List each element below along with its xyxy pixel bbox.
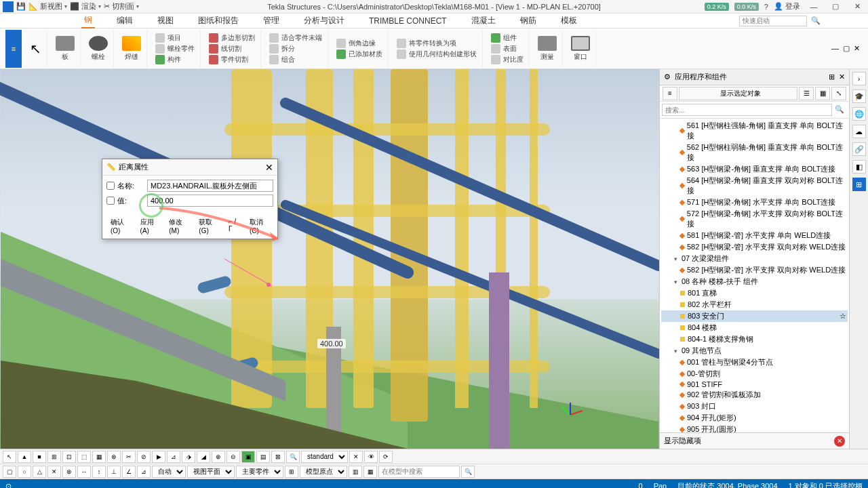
tree-item[interactable]: 904 开孔(矩形): [661, 412, 848, 424]
dialog-name-input[interactable]: [147, 180, 273, 192]
dialog-value-input[interactable]: [147, 195, 273, 207]
panel-show-selected[interactable]: 显示选定对象: [679, 87, 797, 100]
save-icon[interactable]: 💾: [16, 2, 26, 11]
tb-a[interactable]: ▲: [18, 451, 31, 463]
tab-view[interactable]: 视图: [155, 14, 176, 28]
dialog-toggle-button[interactable]: ⌐ / Γ: [224, 216, 244, 236]
tab-rebar[interactable]: 钢筋: [517, 14, 539, 28]
tb2-m[interactable]: ▦: [363, 466, 377, 478]
inner-close[interactable]: ✕: [854, 44, 860, 53]
inner-minimize[interactable]: —: [831, 44, 839, 53]
dialog-ok-button[interactable]: 确认(O): [106, 216, 135, 236]
dialog-value-check[interactable]: [106, 197, 115, 205]
edge-globe-icon[interactable]: 🌐: [852, 107, 866, 121]
help-icon[interactable]: ?: [764, 3, 768, 11]
tb2-f[interactable]: ↔: [77, 466, 91, 478]
tb-viewplane-select[interactable]: 视图平面: [187, 466, 235, 478]
ribbon-bolt-part[interactable]: 螺栓零件: [155, 44, 195, 54]
quick-new-view[interactable]: 📐 新视图 ▾: [28, 1, 67, 12]
panel-search-input[interactable]: [662, 104, 832, 116]
dialog-get-button[interactable]: 获取(G): [195, 216, 223, 236]
tb2-i[interactable]: ∠: [122, 466, 136, 478]
tb-search-icon[interactable]: 🔍: [286, 451, 300, 463]
ribbon-convert[interactable]: 将零件转换为项: [397, 39, 456, 48]
dialog-cancel-button[interactable]: 取消(C): [245, 216, 273, 236]
tb-c[interactable]: ⊞: [47, 451, 61, 463]
star-icon[interactable]: ☆: [840, 312, 846, 321]
edge-hat-icon[interactable]: 🎓: [852, 89, 866, 103]
tb-e[interactable]: ⬚: [77, 451, 91, 463]
tb2-k[interactable]: ⊞: [285, 466, 298, 478]
tab-manage[interactable]: 管理: [260, 14, 282, 28]
tb-l[interactable]: ⬗: [182, 451, 195, 463]
tree-item[interactable]: 564 [H型钢梁-角钢] 垂直支撑 双向对称 BOLT连接: [661, 175, 848, 197]
inner-maximize[interactable]: ▢: [843, 44, 850, 53]
tb-d[interactable]: ⊡: [62, 451, 76, 463]
ribbon-plate[interactable]: 板: [50, 30, 81, 68]
tab-edit[interactable]: 编辑: [114, 14, 136, 28]
tb-p[interactable]: ▣: [241, 451, 255, 463]
close-button[interactable]: ✕: [849, 2, 865, 11]
dialog-modify-button[interactable]: 修改(M): [165, 216, 193, 236]
tb-cursor-icon[interactable]: ↖: [3, 451, 16, 463]
tb2-l[interactable]: ▥: [349, 466, 362, 478]
tree-item[interactable]: 803 安全门 ☆: [661, 310, 848, 322]
ribbon-part-cut[interactable]: 零件切割: [209, 55, 248, 64]
ribbon-add-mat[interactable]: 已添加材质: [336, 49, 382, 59]
maximize-button[interactable]: ▢: [827, 2, 844, 11]
expand-icon[interactable]: ▾: [672, 348, 679, 354]
tb-m[interactable]: ◢: [197, 451, 210, 463]
file-menu-button[interactable]: ≡: [5, 30, 22, 68]
tb2-e[interactable]: ⊗: [62, 466, 76, 478]
tree-item[interactable]: ▾09 其他节点: [661, 345, 848, 357]
tb-b[interactable]: ■: [33, 451, 46, 463]
ribbon-line-cut[interactable]: 线切割: [209, 44, 241, 54]
tb-f[interactable]: ▦: [92, 451, 106, 463]
edge-cube-icon[interactable]: ◧: [852, 160, 866, 174]
minimize-button[interactable]: —: [806, 3, 822, 11]
ribbon-item[interactable]: 项目: [155, 33, 181, 43]
panel-close-icon[interactable]: ✕: [839, 73, 845, 81]
ribbon-surface[interactable]: 表面: [491, 44, 517, 54]
tree-item[interactable]: 582 [H型钢梁-管] 水平支撑 双向对称 WELD连接: [661, 264, 848, 276]
tree-item[interactable]: 00-管切割: [661, 368, 848, 380]
tree-item[interactable]: 902 管切割和弧板添加: [661, 389, 848, 401]
dialog-name-check[interactable]: [106, 182, 115, 190]
tb-eye-icon[interactable]: 👁: [364, 451, 378, 463]
tb2-g[interactable]: ↕: [92, 466, 106, 478]
tb-auto-select[interactable]: 自动: [152, 466, 186, 478]
tb2-c[interactable]: △: [33, 466, 46, 478]
tab-concrete[interactable]: 混凝土: [469, 14, 498, 28]
edge-chevron-icon[interactable]: ›: [852, 72, 866, 85]
quick-launch-search[interactable]: [739, 16, 807, 26]
panel-view-grid-icon[interactable]: ▦: [815, 87, 830, 100]
ribbon-chamfer[interactable]: 倒角边缘: [336, 39, 376, 48]
tree-item[interactable]: ▾07 次梁梁组件: [661, 253, 848, 264]
tree-item[interactable]: 903 封口: [661, 401, 848, 412]
tb-k[interactable]: ⊿: [167, 451, 180, 463]
ribbon-component[interactable]: 构件: [155, 55, 181, 64]
tb2-b[interactable]: ○: [18, 466, 31, 478]
tab-trimble[interactable]: TRIMBLE CONNECT: [366, 15, 450, 27]
login-button[interactable]: 👤 登录: [774, 1, 800, 12]
tree-item[interactable]: 581 [H型钢梁-管] 水平支撑 单向 WELD连接: [661, 230, 848, 241]
ribbon-cursor[interactable]: ↖: [24, 30, 47, 68]
ribbon-measure[interactable]: 测量: [532, 30, 563, 68]
tb2-h[interactable]: ⊥: [107, 466, 121, 478]
ribbon-fit-end[interactable]: 适合零件末端: [269, 33, 322, 43]
tb-origin-select[interactable]: 模型原点: [300, 466, 347, 478]
expand-icon[interactable]: ▾: [672, 256, 679, 262]
tab-steel[interactable]: 钢: [81, 13, 95, 28]
tb-refresh-icon[interactable]: ⟳: [379, 451, 393, 463]
tree-item[interactable]: 572 [H型钢梁-角钢] 水平支撑 双向对称 BOLT连接: [661, 208, 848, 230]
tree-item[interactable]: 571 [H型钢梁-角钢] 水平支撑 单向 BOLT连接: [661, 197, 848, 208]
tree-item[interactable]: 561 [H型钢柱强轴-角钢] 垂直支撑 单向 BOLT连接: [661, 120, 848, 142]
edge-components-icon[interactable]: ⊞: [852, 178, 866, 191]
tree-item[interactable]: 562 [H型钢柱弱轴-角钢] 垂直支撑 单向 BOLT连接: [661, 142, 848, 163]
tree-item[interactable]: 804 楼梯: [661, 322, 848, 333]
tree-item[interactable]: 801 直梯: [661, 287, 848, 299]
tb-q[interactable]: ▤: [256, 451, 270, 463]
tree-item[interactable]: 563 [H型钢梁-角钢] 垂直支撑 单向 BOLT连接: [661, 163, 848, 175]
tab-analysis[interactable]: 分析与设计: [301, 14, 347, 28]
ribbon-contrast[interactable]: 对比度: [491, 55, 524, 64]
